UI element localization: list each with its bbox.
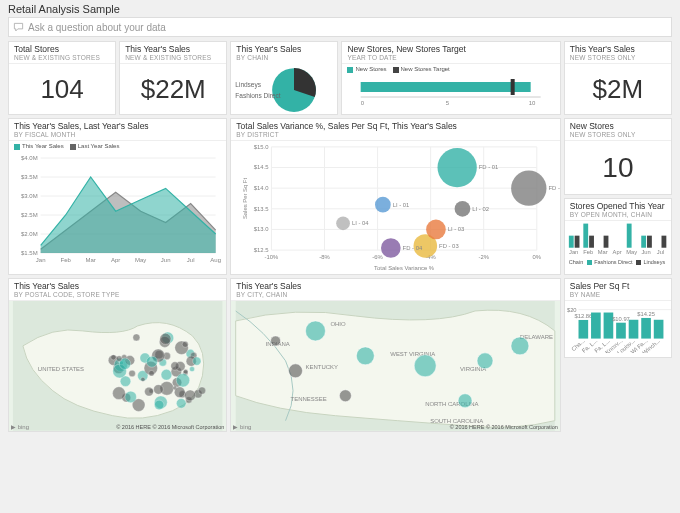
svg-point-126 (154, 400, 164, 410)
opened-chart: JanFebMarAprMayJunJul (565, 221, 671, 259)
map-regional: OHIO INDIANA KENTUCKY WEST VIRGINIA VIRG… (231, 301, 560, 431)
card-title: This Year's Sales (231, 42, 337, 54)
svg-text:$15.0: $15.0 (254, 144, 269, 150)
svg-point-148 (111, 355, 116, 360)
card-title: This Year's Sales (565, 42, 671, 54)
bing-logo: ▶ bing (233, 423, 251, 430)
svg-rect-72 (583, 224, 588, 248)
kpi-new-stores[interactable]: New Stores NEW STORES ONLY 10 (564, 118, 672, 195)
area-chart-card[interactable]: This Year's Sales, Last Year's Sales BY … (8, 118, 227, 275)
kpi-value: 10 (602, 152, 633, 184)
map-postal-card[interactable]: This Year's Sales BY POSTAL CODE, STORE … (8, 278, 227, 432)
bubble-chart-card[interactable]: Total Sales Variance %, Sales Per Sq Ft,… (230, 118, 561, 275)
page-title: Retail Analysis Sample (0, 0, 680, 17)
pie-labels: Lindseys Fashions Direct (235, 80, 280, 101)
bing-logo: ▶ bing (11, 423, 29, 430)
card-title: New Stores (565, 119, 671, 131)
svg-text:-6%: -6% (373, 254, 384, 260)
svg-point-169 (511, 337, 529, 355)
kpi-this-year-sales[interactable]: This Year's Sales NEW & EXISTING STORES … (119, 41, 227, 115)
svg-rect-188 (654, 320, 664, 339)
svg-point-67 (337, 217, 351, 231)
card-title: Total Stores (9, 42, 115, 54)
sales-sqft-card[interactable]: Sales Per Sq Ft BY NAME $20$12.86Cha...F… (564, 278, 672, 358)
svg-point-145 (171, 362, 179, 370)
svg-rect-88 (661, 236, 666, 248)
svg-rect-176 (591, 313, 601, 339)
svg-text:$12.5: $12.5 (254, 247, 269, 253)
svg-point-55 (511, 171, 546, 206)
svg-point-167 (340, 390, 352, 402)
svg-text:0%: 0% (533, 254, 542, 260)
kpi-total-stores[interactable]: Total Stores NEW & EXISTING STORES 104 (8, 41, 116, 115)
spsf-chart: $20$12.86Cha...Fa. L...Fa. L...$10.97Kno… (565, 301, 671, 353)
svg-point-150 (146, 357, 157, 368)
svg-rect-1 (361, 82, 531, 92)
ask-question-input[interactable]: Ask a question about your data (8, 17, 672, 37)
ask-placeholder: Ask a question about your data (28, 22, 166, 33)
map-us: UNITED STATES (9, 301, 226, 431)
svg-rect-84 (641, 236, 646, 248)
card-subtitle: BY OPEN MONTH, CHAIN (565, 211, 671, 220)
right-stack-bottom: Sales Per Sq Ft BY NAME $20$12.86Cha...F… (564, 278, 672, 432)
card-title: New Stores, New Stores Target (342, 42, 559, 54)
card-subtitle: NEW & EXISTING STORES (9, 54, 115, 63)
svg-rect-173 (578, 320, 588, 339)
kpi-value: 104 (40, 74, 83, 105)
svg-text:Jun: Jun (161, 257, 171, 263)
svg-text:FD - 01: FD - 01 (479, 165, 499, 171)
kpi-value: $22M (141, 74, 206, 105)
svg-text:Sales Per Sq Ft: Sales Per Sq Ft (242, 178, 248, 220)
svg-rect-2 (511, 79, 515, 95)
card-title: This Year's Sales (120, 42, 226, 54)
svg-point-164 (415, 355, 437, 377)
svg-point-129 (160, 334, 171, 345)
kpi-new-stores-target[interactable]: New Stores, New Stores Target YEAR TO DA… (341, 41, 560, 115)
card-title: Sales Per Sq Ft (565, 279, 671, 291)
chat-icon (13, 22, 24, 33)
legend: Chain Fashions Direct Lindseys (565, 259, 671, 267)
svg-point-134 (190, 367, 195, 372)
svg-point-165 (477, 353, 493, 369)
kpi-sales-by-chain[interactable]: This Year's Sales BY CHAIN Lindseys Fash… (230, 41, 338, 115)
map-attribution: © 2016 HERE © 2016 Microsoft Corporation (116, 424, 224, 430)
map-city-card[interactable]: This Year's Sales BY CITY, CHAIN OHIO IN… (230, 278, 561, 432)
svg-text:FD - 04: FD - 04 (403, 245, 423, 251)
svg-text:Jul: Jul (657, 250, 664, 256)
card-subtitle: YEAR TO DATE (342, 54, 559, 63)
svg-point-95 (161, 370, 172, 381)
svg-rect-69 (569, 236, 574, 248)
svg-text:0: 0 (361, 100, 365, 106)
svg-text:$2.0M: $2.0M (21, 231, 38, 237)
stores-opened-card[interactable]: Stores Opened This Year BY OPEN MONTH, C… (564, 198, 672, 275)
svg-text:Mar: Mar (85, 257, 95, 263)
svg-text:Feb: Feb (60, 257, 71, 263)
svg-text:$20: $20 (567, 307, 577, 313)
svg-point-136 (125, 391, 137, 403)
svg-point-143 (149, 371, 155, 377)
area-chart: $1.5M$2.0M$2.5M$3.0M$3.5M$4.0MJanFebMarA… (9, 150, 226, 270)
card-subtitle: NEW & EXISTING STORES (120, 54, 226, 63)
svg-rect-70 (574, 236, 579, 248)
svg-point-146 (174, 387, 185, 398)
svg-point-162 (306, 321, 326, 341)
svg-text:LI - 01: LI - 01 (393, 202, 410, 208)
svg-text:May: May (135, 257, 146, 263)
svg-point-163 (357, 347, 375, 365)
svg-point-147 (185, 390, 196, 401)
svg-text:$12.86: $12.86 (574, 313, 592, 319)
bullet-chart: 0 5 10 (350, 79, 551, 107)
svg-point-133 (176, 374, 189, 387)
svg-text:$3.5M: $3.5M (21, 174, 38, 180)
svg-rect-76 (603, 236, 608, 248)
svg-text:Apr: Apr (612, 250, 621, 256)
svg-point-59 (381, 239, 401, 259)
svg-text:UNITED STATES: UNITED STATES (38, 366, 84, 372)
svg-text:$2.5M: $2.5M (21, 212, 38, 218)
kpi-new-store-sales[interactable]: This Year's Sales NEW STORES ONLY $2M (564, 41, 672, 115)
card-subtitle: NEW STORES ONLY (565, 54, 671, 63)
svg-text:$14.0: $14.0 (254, 185, 269, 191)
dashboard-grid: Total Stores NEW & EXISTING STORES 104 T… (0, 41, 680, 440)
svg-point-116 (183, 370, 188, 375)
svg-point-142 (129, 371, 136, 378)
